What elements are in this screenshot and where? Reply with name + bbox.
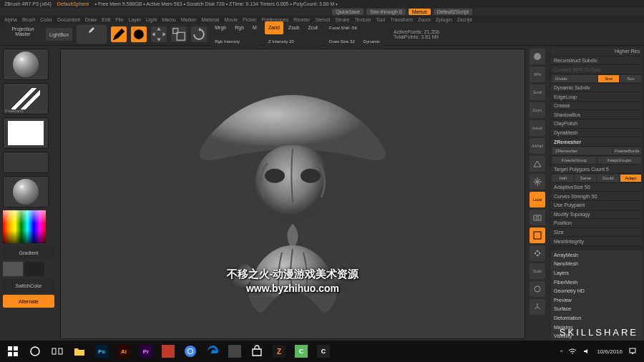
surface-section[interactable]: Surface <box>551 305 643 314</box>
zremesher-header[interactable]: ZRemesher <box>551 137 643 147</box>
bpr-button[interactable] <box>530 49 545 64</box>
menu-layer[interactable]: Layer <box>129 17 142 22</box>
tray-chevron-icon[interactable]: ^ <box>560 348 563 355</box>
meshintegrity-section[interactable]: MeshIntegrity <box>551 237 643 246</box>
menu-light[interactable]: Light <box>146 17 157 22</box>
tray-date[interactable]: 10/6/2016 <box>597 348 623 355</box>
half-button[interactable]: Half <box>552 175 574 182</box>
taskbar-app3[interactable]: C <box>313 343 333 360</box>
alternate-button[interactable]: Alternate <box>3 295 54 308</box>
scale-view-button[interactable]: Scale <box>530 263 545 279</box>
menu-transform[interactable]: Transform <box>390 17 413 22</box>
zremesher-button[interactable]: ZRemesher <box>552 147 612 155</box>
shadowbox-section[interactable]: ShadowBox <box>551 110 643 119</box>
color-swatches[interactable] <box>3 262 54 276</box>
menus-toggle[interactable]: Menus <box>409 9 431 15</box>
projection-master-button[interactable]: Projection Master <box>4 25 42 44</box>
viewport-canvas[interactable]: 不移之火-动漫游戏美术资源 www.byzhihuo.com <box>60 49 525 339</box>
focal-shift-slider[interactable]: Focal Shift -56 <box>326 21 384 34</box>
freezegroup-toggle[interactable]: FreezeGroup <box>552 157 596 164</box>
color-picker[interactable] <box>3 210 46 243</box>
quicksave-button[interactable]: QuickSave <box>332 9 364 15</box>
modify-topology-section[interactable]: Modify Topology <box>551 210 643 220</box>
size-section[interactable]: Size <box>551 228 643 238</box>
switchcolor-button[interactable]: SwitchColor <box>3 279 54 292</box>
local-button[interactable]: Local <box>530 192 545 207</box>
taskbar-premiere[interactable]: Pr <box>136 343 156 360</box>
layers-section[interactable]: Layers <box>551 268 643 278</box>
volume-icon[interactable] <box>582 347 591 356</box>
higher-res-button[interactable]: Higher Res <box>551 47 643 57</box>
adapt-toggle[interactable]: Adapt <box>620 175 642 182</box>
convert-bpr-button[interactable]: Convert BPR To Geo <box>551 65 643 74</box>
fibermesh-section[interactable]: FiberMesh <box>551 278 643 287</box>
start-button[interactable] <box>3 343 23 360</box>
persp-button[interactable] <box>530 156 545 172</box>
zcut-button[interactable]: Zcut <box>304 21 321 34</box>
nanomesh-section[interactable]: NanoMesh <box>551 260 643 269</box>
target-polygons-slider[interactable]: Target Polygons Count 5 <box>551 165 643 174</box>
menu-file[interactable]: File <box>115 17 123 22</box>
curves-strength-slider[interactable]: Curves Strength 50 <box>551 192 643 201</box>
taskbar-explorer[interactable] <box>69 343 89 360</box>
claypolish-section[interactable]: ClayPolish <box>551 119 643 129</box>
taskbar-camtasia[interactable]: C <box>291 343 311 360</box>
taskbar-store[interactable] <box>247 343 267 360</box>
zadd-button[interactable]: Zadd <box>265 21 283 34</box>
z-intensity-slider[interactable]: Z Intensity 20 <box>265 35 321 48</box>
keepgroups-toggle[interactable]: KeepGroups <box>597 157 641 164</box>
rotate-mode-button[interactable] <box>191 26 207 42</box>
material-picker[interactable] <box>3 49 49 80</box>
dynamic-toggle[interactable]: Dynamic <box>360 35 384 48</box>
divide-button[interactable]: Divide <box>552 75 597 82</box>
material-picker-2[interactable] <box>3 176 49 207</box>
same-button[interactable]: Same <box>575 175 597 182</box>
mrgb-button[interactable]: Mrgb <box>211 21 230 34</box>
actual-button[interactable]: Actual <box>530 120 545 136</box>
menu-color[interactable]: Color <box>40 17 52 22</box>
menu-zscript[interactable]: Zscript <box>457 17 472 22</box>
taskbar-illustrator[interactable]: Ai <box>114 343 134 360</box>
position-section[interactable]: Position <box>551 219 643 228</box>
move-view-button[interactable] <box>530 245 545 261</box>
rotate-view-button[interactable] <box>530 281 545 297</box>
m-button[interactable]: M <box>249 21 260 34</box>
edgeloop-section[interactable]: EdgeLoop <box>551 92 643 102</box>
menu-macro[interactable]: Macro <box>162 17 175 22</box>
suv-toggle[interactable]: Suv <box>620 75 641 82</box>
spix-button[interactable]: SPix <box>530 67 545 82</box>
double-button[interactable]: Doubl <box>597 175 619 182</box>
edit-mode-button[interactable] <box>111 26 127 42</box>
wifi-icon[interactable] <box>568 347 577 356</box>
dynamic-subdiv-section[interactable]: Dynamic Subdiv <box>551 84 643 93</box>
stroke-picker[interactable]: Freehand <box>3 83 49 114</box>
menu-edit[interactable]: Edit <box>102 17 110 22</box>
seethrough-slider[interactable]: See-through 0 <box>366 9 405 15</box>
reconstruct-subdiv-button[interactable]: Reconstruct Subdiv <box>551 57 643 66</box>
zsub-button[interactable]: Zsub <box>285 21 303 34</box>
xyz-button[interactable] <box>530 299 545 315</box>
taskbar-chrome[interactable] <box>180 343 200 360</box>
taskbar-app2[interactable] <box>225 343 245 360</box>
use-polypaint-toggle[interactable]: Use Polypaint <box>551 201 643 210</box>
crease-section[interactable]: Crease <box>551 102 643 111</box>
aahalf-button[interactable]: AAHalf <box>530 138 545 154</box>
notifications-icon[interactable] <box>628 347 637 356</box>
taskbar-edge[interactable] <box>203 343 223 360</box>
quicksketch-button[interactable] <box>77 25 107 44</box>
cortana-button[interactable] <box>25 343 45 360</box>
rgb-button[interactable]: Rgb <box>231 21 248 34</box>
move-mode-button[interactable] <box>151 26 167 42</box>
scroll-button[interactable]: Scroll <box>530 84 545 100</box>
draw-size-slider[interactable]: Draw Size 32 <box>326 35 358 48</box>
menu-brush[interactable]: Brush <box>22 17 35 22</box>
geometryhd-section[interactable]: Geometry HD <box>551 286 643 295</box>
zoom-button[interactable]: Zoom <box>530 102 545 118</box>
taskbar-app1[interactable] <box>158 343 178 360</box>
deformation-section[interactable]: Deformation <box>551 313 643 323</box>
arraymesh-section[interactable]: ArrayMesh <box>551 250 643 260</box>
taskview-button[interactable] <box>47 343 67 360</box>
rgb-intensity-slider[interactable]: Rgb Intensity <box>211 35 260 48</box>
menu-alpha[interactable]: Alpha <box>4 17 17 22</box>
menu-marker[interactable]: Marker <box>181 17 197 22</box>
